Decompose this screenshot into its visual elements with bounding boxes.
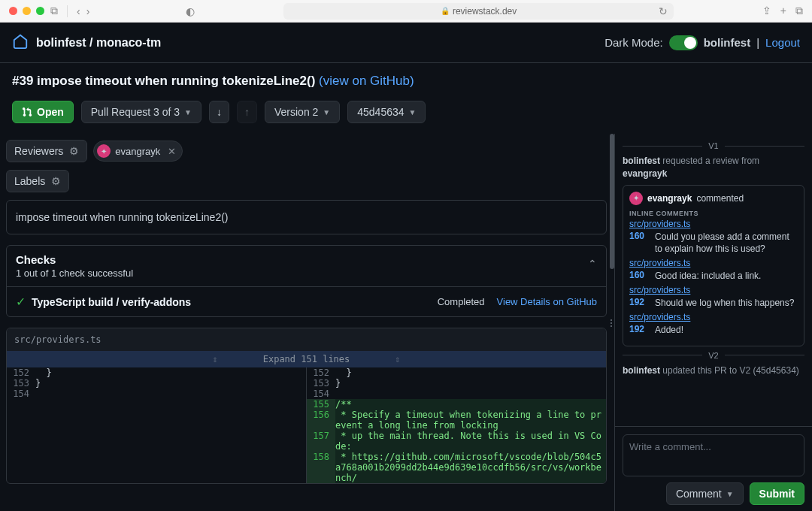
- chevron-down-icon: ▼: [323, 108, 330, 116]
- comment-author: evangrayk: [647, 193, 692, 204]
- check-status: Completed: [438, 296, 485, 307]
- browser-chrome: ⧉ ‹ › ◐ 🔒 reviewstack.dev ↻ ⇪ + ⧉: [0, 0, 812, 23]
- submit-button[interactable]: Submit: [750, 482, 804, 505]
- check-name: TypeScript build / verify-addons: [32, 296, 191, 308]
- checks-summary: 1 out of 1 check successful: [16, 268, 133, 279]
- nav-forward-icon[interactable]: ›: [86, 5, 90, 17]
- share-icon[interactable]: ⇪: [762, 5, 771, 17]
- nav-down-button[interactable]: ↓: [209, 101, 229, 123]
- gear-icon[interactable]: ⚙: [69, 145, 79, 157]
- pr-nav-dropdown[interactable]: Pull Request 3 of 3▼: [81, 101, 201, 123]
- window-max-icon[interactable]: [36, 7, 44, 15]
- inline-comment-file-link[interactable]: src/providers.ts: [629, 258, 798, 268]
- check-item: ✓ TypeScript build / verify-addons Compl…: [7, 286, 606, 316]
- inline-comment: 192Added!: [629, 324, 798, 336]
- window-min-icon[interactable]: [23, 7, 31, 15]
- expand-up-icon: ⇕: [212, 354, 217, 364]
- version-dropdown[interactable]: Version 2▼: [265, 101, 340, 123]
- comment-card: ✦ evangrayk commented INLINE COMMENTS sr…: [623, 185, 804, 346]
- inline-comment: 160Good idea: included a link.: [629, 270, 798, 282]
- inline-comment-line: 160: [629, 231, 649, 241]
- dark-mode-label: Dark Mode:: [604, 36, 663, 49]
- avatar: ✦: [629, 192, 643, 205]
- inline-comment-file-link[interactable]: src/providers.ts: [629, 285, 798, 295]
- sidebar-icon[interactable]: ⧉: [50, 5, 58, 17]
- home-icon[interactable]: [12, 33, 29, 52]
- labels-chip[interactable]: Labels ⚙: [6, 170, 69, 192]
- diff-file: src/providers.ts ⇕ Expand 151 lines ⇕ 15…: [6, 328, 607, 484]
- inline-comment-text: Good idea: included a link.: [655, 270, 761, 282]
- app-header: bolinfest / monaco-tm Dark Mode: bolinfe…: [0, 23, 812, 63]
- pr-title-bar: #39 impose timeout when running tokenize…: [0, 63, 812, 95]
- remove-reviewer-icon[interactable]: ✕: [168, 146, 176, 157]
- check-success-icon: ✓: [16, 295, 26, 309]
- dark-mode-toggle[interactable]: [669, 35, 698, 50]
- expand-lines-row[interactable]: ⇕ Expand 151 lines ⇕: [7, 351, 606, 367]
- inline-comment: 160Could you please add a comment to exp…: [629, 231, 798, 255]
- inline-comment-text: Should we log when this happens?: [655, 297, 794, 309]
- diff-right-side: 152 }153}154155/**156 * Specify a timeou…: [307, 367, 606, 483]
- inline-comment-line: 192: [629, 324, 649, 334]
- arrow-down-icon: ↓: [217, 106, 222, 118]
- repo-path[interactable]: bolinfest / monaco-tm: [36, 36, 161, 50]
- timeline: V1 bolinfest requested a review from eva…: [615, 134, 812, 426]
- tabs-icon[interactable]: ⧉: [795, 5, 803, 17]
- pr-title-text: impose timeout when running tokenizeLine…: [37, 74, 315, 88]
- address-bar[interactable]: 🔒 reviewstack.dev ↻: [283, 3, 673, 20]
- pr-description: impose timeout when running tokenizeLine…: [6, 200, 607, 234]
- right-column: V1 bolinfest requested a review from eva…: [615, 134, 812, 511]
- chevron-down-icon: ▼: [409, 108, 417, 116]
- inline-comments-label: INLINE COMMENTS: [629, 210, 798, 217]
- comment-input[interactable]: Write a comment...: [623, 434, 804, 476]
- version-divider: V2: [623, 351, 804, 360]
- chevron-down-icon: ▼: [726, 490, 734, 498]
- version-divider: V1: [623, 141, 804, 150]
- commit-dropdown[interactable]: 45d45634▼: [347, 101, 426, 123]
- checks-title: Checks: [16, 253, 133, 266]
- nav-up-button[interactable]: ↑: [237, 101, 257, 123]
- git-pull-request-icon: [22, 107, 32, 117]
- comment-verb: commented: [696, 193, 744, 204]
- address-text: reviewstack.dev: [453, 6, 517, 17]
- timeline-event: bolinfest updated this PR to V2 (45d4563…: [623, 364, 804, 377]
- reviewer-name: evangrayk: [115, 146, 160, 157]
- avatar: ✦: [97, 144, 111, 158]
- checks-panel: Checks 1 out of 1 check successful ⌃ ✓ T…: [6, 245, 607, 317]
- refresh-icon[interactable]: ↻: [659, 5, 668, 17]
- gear-icon[interactable]: ⚙: [51, 175, 61, 187]
- nav-back-icon[interactable]: ‹: [77, 5, 80, 17]
- check-details-link[interactable]: View Details on GitHub: [497, 296, 597, 307]
- inline-comment-line: 160: [629, 270, 649, 280]
- window-close-icon[interactable]: [9, 7, 17, 15]
- view-on-github-link[interactable]: (view on GitHub): [319, 74, 414, 88]
- pr-number: #39: [12, 74, 33, 88]
- privacy-shield-icon[interactable]: ◐: [186, 5, 195, 17]
- logout-link[interactable]: Logout: [765, 36, 800, 49]
- inline-comment-file-link[interactable]: src/providers.ts: [629, 219, 798, 229]
- diff-left-side: 152 }153}154: [7, 367, 307, 483]
- new-tab-icon[interactable]: +: [780, 5, 786, 17]
- left-column: Reviewers ⚙ ✦ evangrayk ✕ Labels ⚙ impos…: [0, 134, 615, 511]
- pr-status-badge: Open: [12, 101, 74, 123]
- arrow-up-icon: ↑: [244, 106, 250, 118]
- collapse-checks-icon[interactable]: ⌃: [588, 253, 597, 270]
- inline-comment-text: Could you please add a comment to explai…: [655, 231, 798, 255]
- diff-file-path: src/providers.ts: [7, 328, 606, 351]
- column-resize-handle[interactable]: [607, 313, 615, 334]
- pr-toolbar: Open Pull Request 3 of 3▼ ↓ ↑ Version 2▼…: [0, 95, 812, 134]
- current-user: bolinfest: [704, 36, 751, 49]
- timeline-event: bolinfest requested a review from evangr…: [623, 155, 804, 180]
- expand-down-icon: ⇕: [395, 354, 400, 364]
- inline-comment: 192Should we log when this happens?: [629, 297, 798, 309]
- comment-button[interactable]: Comment▼: [666, 482, 744, 505]
- inline-comment-text: Added!: [655, 324, 683, 336]
- reviewer-item[interactable]: ✦ evangrayk ✕: [93, 141, 183, 162]
- inline-comment-file-link[interactable]: src/providers.ts: [629, 312, 798, 322]
- reviewers-chip[interactable]: Reviewers ⚙: [6, 140, 87, 162]
- compose-area: Write a comment... Comment▼ Submit: [615, 426, 812, 511]
- lock-icon: 🔒: [441, 7, 450, 15]
- chevron-down-icon: ▼: [184, 108, 192, 116]
- inline-comment-line: 192: [629, 297, 649, 307]
